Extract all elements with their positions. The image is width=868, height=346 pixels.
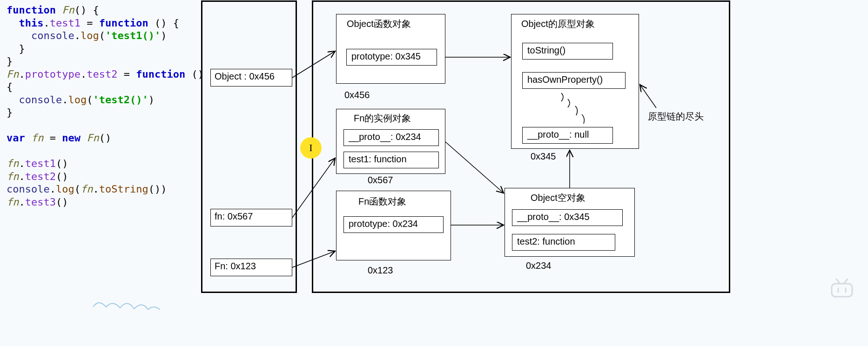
addr-fn-func: 0x123 [368,265,393,276]
label-object-empty-title: Object空对象 [531,192,585,204]
cloud-decoration-icon [91,296,212,310]
note-chain-end: 原型链的尽头 [648,110,704,123]
slot-object-empty-test2: test2: function [512,234,615,251]
slot-fn-instance-proto: __proto__: 0x234 [343,129,439,146]
slot-object-proto-hasown: hasOwnProperty() [522,72,626,89]
addr-object-func: 0x456 [344,90,370,100]
slot-fn-instance-test1: test1: function [343,152,439,168]
label-fn-func-title: Fn函数对象 [358,195,406,208]
bilibili-logo-icon [829,277,855,299]
stack-frame [201,0,297,293]
addr-fn-instance: 0x567 [368,175,393,186]
slot-object-proto-proto: __proto__: null [522,127,613,144]
slot-object-empty-proto: __proto__: 0x345 [512,209,623,226]
text-cursor-icon: I [300,137,322,159]
stack-fn: fn: 0x567 [210,209,292,226]
slot-fn-func-prototype: prototype: 0x234 [343,216,444,233]
stack-object: Object : 0x456 [210,69,292,86]
code-block: function Fn() { this.test1 = function ()… [7,4,204,208]
label-object-func-title: Object函数对象 [347,18,411,30]
stack-Fn: Fn: 0x123 [210,259,292,276]
addr-object-proto: 0x345 [531,151,556,162]
svg-rect-8 [832,284,852,297]
slot-object-proto-tostring: toString() [522,43,613,60]
addr-object-empty: 0x234 [526,260,552,271]
slot-object-func-prototype: prototype: 0x345 [346,49,437,66]
label-fn-instance-title: Fn的实例对象 [354,112,411,125]
label-object-proto-title: Object的原型对象 [521,18,595,30]
